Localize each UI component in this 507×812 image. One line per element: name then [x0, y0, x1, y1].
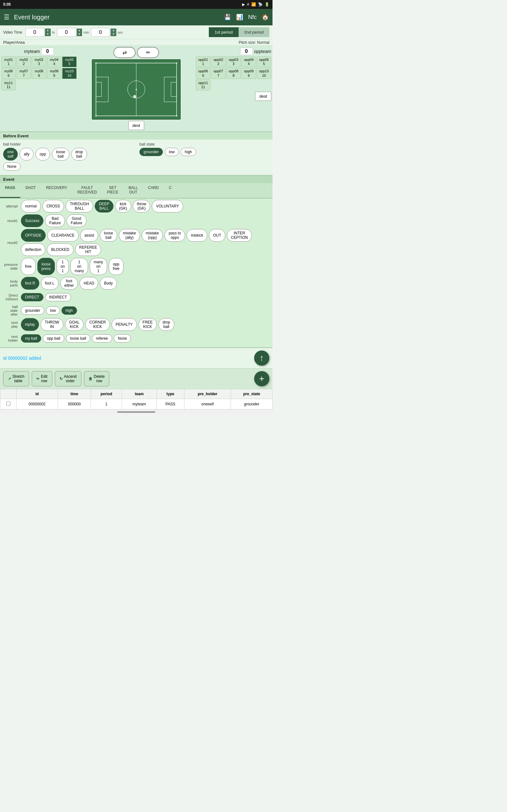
- pitch-field[interactable]: [92, 59, 181, 119]
- player-opp08[interactable]: opp088: [226, 68, 241, 79]
- my-dest-button[interactable]: dest: [128, 121, 145, 130]
- period-1-button[interactable]: 1st period: [209, 27, 238, 37]
- player-my10[interactable]: my1010: [62, 68, 77, 79]
- pill-pass-to-opps[interactable]: pass toopps: [164, 229, 185, 242]
- pill-interception[interactable]: INTERCEPTION: [227, 229, 252, 242]
- pill-cross[interactable]: CROSS: [43, 200, 64, 212]
- pill-mistake-opp[interactable]: mistake(opp): [142, 229, 163, 242]
- minutes-down[interactable]: ▼: [77, 32, 82, 36]
- row-checkbox[interactable]: [6, 402, 10, 406]
- edit-row-button[interactable]: ✏ Editrow: [32, 371, 52, 386]
- pill-corner-kick[interactable]: CORNERKICK: [85, 318, 110, 331]
- pill-clearance[interactable]: CLEARANCE: [47, 229, 78, 242]
- pill-foot-r[interactable]: foot R: [21, 277, 39, 290]
- player-opp06[interactable]: opp066: [196, 68, 210, 79]
- pill-foot-either[interactable]: footeither: [60, 277, 78, 290]
- player-my09[interactable]: my099: [47, 68, 61, 79]
- holder-oneself[interactable]: oneself: [3, 148, 18, 160]
- eraser-button[interactable]: ✏: [137, 47, 159, 58]
- pill-through-ball[interactable]: THROUGHBALL: [66, 200, 93, 212]
- tab-ball-out[interactable]: BALLOUT: [124, 183, 143, 198]
- pill-body[interactable]: Body: [100, 277, 117, 290]
- pill-1on1[interactable]: 1on1: [56, 258, 69, 275]
- pill-direct[interactable]: DIRECT: [21, 293, 43, 301]
- pill-free-kick[interactable]: FREEKICK: [138, 318, 157, 331]
- pill-bsa-high[interactable]: high: [61, 306, 77, 315]
- chart-icon[interactable]: 📊: [236, 14, 243, 20]
- pill-my-ball[interactable]: my ball: [21, 334, 41, 343]
- seconds-down[interactable]: ▼: [111, 32, 116, 36]
- player-my01[interactable]: my011: [1, 56, 16, 67]
- row-checkbox-cell[interactable]: [0, 399, 16, 409]
- pill-deep-ball[interactable]: DEEPBALL: [95, 200, 113, 212]
- state-low[interactable]: low: [165, 148, 179, 156]
- player-my05[interactable]: my055: [62, 56, 77, 67]
- pill-bad-failure[interactable]: BadFailure: [45, 214, 65, 227]
- player-opp05[interactable]: opp055: [257, 56, 271, 67]
- pill-throw-in[interactable]: THROWIN: [41, 318, 63, 331]
- pill-blocked[interactable]: BLOCKED: [47, 243, 73, 256]
- player-opp03[interactable]: opp033: [226, 56, 241, 67]
- player-opp02[interactable]: opp022: [211, 56, 226, 67]
- pill-loose-ball-nh[interactable]: loose ball: [66, 334, 90, 343]
- pill-offside[interactable]: OFFSIDE: [21, 229, 46, 242]
- hours-up[interactable]: ▲: [45, 29, 51, 32]
- pill-deflection[interactable]: deflection: [21, 243, 45, 256]
- holder-loose-ball[interactable]: looseball: [52, 148, 69, 160]
- pill-inplay[interactable]: inplay: [21, 318, 39, 331]
- swap-button[interactable]: ⇄: [113, 47, 135, 58]
- tab-pass[interactable]: PASS: [0, 183, 20, 198]
- tab-fault-received[interactable]: FAULTRECEIVED: [72, 183, 102, 198]
- add-event-fab[interactable]: +: [254, 371, 269, 386]
- tab-recovery[interactable]: RECOVERY: [41, 183, 72, 198]
- delete-row-button[interactable]: 🗑 Deleterow: [84, 371, 110, 386]
- pill-good-failure[interactable]: GoodFailure: [66, 214, 87, 227]
- pill-success[interactable]: Success: [21, 214, 43, 227]
- pill-loose-ball[interactable]: looseball: [100, 229, 117, 242]
- player-my08[interactable]: my088: [32, 68, 46, 79]
- seconds-up[interactable]: ▲: [111, 29, 116, 32]
- home-icon[interactable]: 🏠: [262, 14, 269, 20]
- pill-out[interactable]: OUT: [209, 229, 225, 242]
- tab-c[interactable]: C: [164, 183, 177, 198]
- pill-foot-l[interactable]: foot L: [41, 277, 59, 290]
- holder-drop-ball[interactable]: dropball: [71, 148, 87, 160]
- pill-opp-free[interactable]: oppfree: [109, 258, 124, 275]
- pill-free[interactable]: free: [21, 258, 36, 275]
- player-my06[interactable]: my066: [1, 68, 16, 79]
- hours-down[interactable]: ▼: [45, 32, 51, 36]
- minutes-up[interactable]: ▲: [77, 29, 82, 32]
- save-icon[interactable]: 💾: [224, 14, 231, 20]
- pill-bsa-low[interactable]: low: [46, 306, 60, 315]
- pill-loose-press[interactable]: loosepress: [38, 258, 55, 275]
- player-my07[interactable]: my077: [16, 68, 31, 79]
- period-2-button[interactable]: 2nd period: [239, 27, 269, 37]
- nfc-icon[interactable]: Nfc: [248, 14, 257, 20]
- pill-kick-gk[interactable]: kick(GK): [115, 200, 131, 212]
- player-my04[interactable]: my044: [47, 56, 61, 67]
- player-opp11[interactable]: opp1111: [196, 80, 210, 90]
- tab-set-piece[interactable]: SETPIECE: [102, 183, 124, 198]
- pill-throw-gk[interactable]: throw(GK): [133, 200, 150, 212]
- holder-ally[interactable]: ally: [20, 148, 34, 160]
- pill-referee-hit[interactable]: REFEREEHIT: [75, 243, 101, 256]
- stretch-table-button[interactable]: ↗ Stretchtable: [3, 371, 29, 386]
- pill-manyon1[interactable]: manyon1: [90, 258, 107, 275]
- holder-opp[interactable]: opp: [36, 148, 50, 160]
- tab-shot[interactable]: SHOT: [20, 183, 41, 198]
- player-my11[interactable]: my1111: [1, 80, 16, 90]
- pill-mistake-ally[interactable]: mistake(ally): [119, 229, 140, 242]
- pill-normal[interactable]: normal: [21, 200, 41, 212]
- menu-icon[interactable]: ☰: [4, 13, 9, 21]
- pill-assist[interactable]: assist: [80, 229, 98, 242]
- seconds-input[interactable]: [91, 28, 110, 37]
- pill-referee[interactable]: referee: [92, 334, 112, 343]
- pill-1onmany[interactable]: 1onmany: [70, 258, 88, 275]
- pill-head[interactable]: HEAD: [79, 277, 98, 290]
- ascend-order-button[interactable]: ↻ Ascendorder: [55, 371, 81, 386]
- player-opp10[interactable]: opp1010: [257, 68, 271, 79]
- pill-miskick[interactable]: miskick: [187, 229, 207, 242]
- go-top-button[interactable]: ↑: [254, 351, 269, 366]
- minutes-input[interactable]: [57, 28, 76, 37]
- pill-none-nh[interactable]: None: [114, 334, 131, 343]
